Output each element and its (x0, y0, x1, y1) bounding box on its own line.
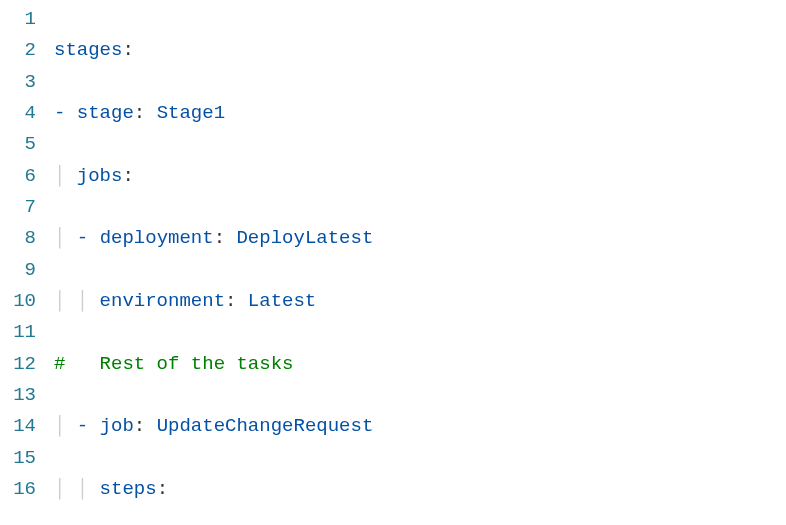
code-line: │ - deployment: DeployLatest (54, 223, 786, 254)
yaml-comment: # Rest of the tasks (54, 353, 293, 375)
code-content[interactable]: stages: - stage: Stage1 │ jobs: │ - depl… (54, 4, 786, 525)
code-line: │ jobs: (54, 161, 786, 192)
code-line: - stage: Stage1 (54, 98, 786, 129)
line-number: 10 (0, 286, 36, 317)
code-line: │ - job: UpdateChangeRequest (54, 411, 786, 442)
yaml-key: stages (54, 39, 122, 61)
yaml-key: job (100, 415, 134, 437)
yaml-value: Stage1 (157, 102, 225, 124)
code-editor: 1 2 3 4 5 6 7 8 9 10 11 12 13 14 15 16 s… (0, 0, 786, 525)
line-number: 11 (0, 317, 36, 348)
line-number: 4 (0, 98, 36, 129)
line-number: 3 (0, 67, 36, 98)
code-line: │ │ environment: Latest (54, 286, 786, 317)
yaml-dash: - (77, 415, 100, 437)
line-number: 15 (0, 443, 36, 474)
line-number: 8 (0, 223, 36, 254)
line-number: 2 (0, 35, 36, 66)
yaml-key: steps (100, 478, 157, 500)
line-number: 6 (0, 161, 36, 192)
yaml-dash: - (54, 102, 77, 124)
code-line: # Rest of the tasks (54, 349, 786, 380)
yaml-key: stage (77, 102, 134, 124)
line-number: 1 (0, 4, 36, 35)
yaml-key: deployment (100, 227, 214, 249)
line-number-gutter: 1 2 3 4 5 6 7 8 9 10 11 12 13 14 15 16 (0, 4, 54, 525)
line-number: 7 (0, 192, 36, 223)
line-number: 12 (0, 349, 36, 380)
line-number: 14 (0, 411, 36, 442)
yaml-value: UpdateChangeRequest (157, 415, 374, 437)
yaml-value: DeployLatest (236, 227, 373, 249)
line-number: 16 (0, 474, 36, 505)
line-number: 5 (0, 129, 36, 160)
yaml-dash: - (77, 227, 100, 249)
yaml-value: Latest (248, 290, 316, 312)
yaml-key: jobs (77, 165, 123, 187)
yaml-key: environment (100, 290, 225, 312)
line-number: 9 (0, 255, 36, 286)
code-line: │ │ steps: (54, 474, 786, 505)
line-number: 13 (0, 380, 36, 411)
code-line: stages: (54, 35, 786, 66)
